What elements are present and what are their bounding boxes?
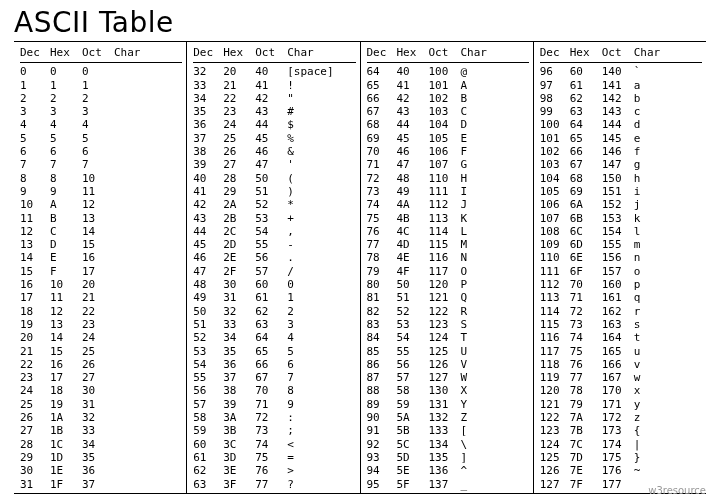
ascii-oct-cell: 31 bbox=[82, 398, 114, 411]
ascii-char-cell: G bbox=[461, 158, 529, 171]
ascii-dec-cell: 122 bbox=[540, 411, 570, 424]
ascii-char-cell: U bbox=[461, 345, 529, 358]
ascii-dec-cell: 94 bbox=[367, 464, 397, 477]
ascii-hex-cell: 72 bbox=[570, 305, 602, 318]
ascii-char-cell: W bbox=[461, 371, 529, 384]
ascii-dec-cell: 21 bbox=[20, 345, 50, 358]
ascii-char-cell bbox=[114, 291, 182, 304]
ascii-column-3: DecHexOctChar6440100@6541101A6642102B674… bbox=[361, 42, 534, 493]
ascii-hex-cell: 6F bbox=[570, 265, 602, 278]
ascii-oct-cell: 14 bbox=[82, 225, 114, 238]
ascii-oct-cell: 152 bbox=[602, 198, 634, 211]
ascii-dec-cell: 50 bbox=[193, 305, 223, 318]
ascii-hex-cell: 2E bbox=[223, 251, 255, 264]
ascii-dec-cell: 37 bbox=[193, 132, 223, 145]
ascii-char-cell: Y bbox=[461, 398, 529, 411]
ascii-hex-cell: 6B bbox=[570, 212, 602, 225]
ascii-oct-cell: 125 bbox=[429, 345, 461, 358]
ascii-dec-cell: 33 bbox=[193, 79, 223, 92]
ascii-hex-cell: 6 bbox=[50, 145, 82, 158]
ascii-dec-cell: 0 bbox=[20, 65, 50, 78]
ascii-dec-cell: 102 bbox=[540, 145, 570, 158]
ascii-hex-cell: 45 bbox=[397, 132, 429, 145]
ascii-dec-cell: 15 bbox=[20, 265, 50, 278]
ascii-hex-cell: 7 bbox=[50, 158, 82, 171]
ascii-dec-cell: 16 bbox=[20, 278, 50, 291]
ascii-char-cell: > bbox=[287, 464, 355, 477]
ascii-oct-cell: 144 bbox=[602, 118, 634, 131]
ascii-hex-cell: 70 bbox=[570, 278, 602, 291]
ascii-oct-cell: 20 bbox=[82, 278, 114, 291]
ascii-oct-cell: 40 bbox=[255, 65, 287, 78]
ascii-hex-cell: 33 bbox=[223, 318, 255, 331]
ascii-hex-cell: 3F bbox=[223, 478, 255, 491]
ascii-char-cell bbox=[114, 158, 182, 171]
ascii-hex-cell: 21 bbox=[223, 79, 255, 92]
ascii-hex-cell: 15 bbox=[50, 345, 82, 358]
ascii-hex-cell: 79 bbox=[570, 398, 602, 411]
ascii-oct-cell: 34 bbox=[82, 438, 114, 451]
ascii-oct-cell: 150 bbox=[602, 172, 634, 185]
ascii-hex-cell: 77 bbox=[570, 371, 602, 384]
ascii-char-cell: e bbox=[634, 132, 702, 145]
ascii-dec-cell: 97 bbox=[540, 79, 570, 92]
ascii-dec-cell: 93 bbox=[367, 451, 397, 464]
ascii-oct-cell: 67 bbox=[255, 371, 287, 384]
ascii-oct-cell: 160 bbox=[602, 278, 634, 291]
ascii-dec-cell: 9 bbox=[20, 185, 50, 198]
ascii-dec-cell: 46 bbox=[193, 251, 223, 264]
ascii-hex-cell: 22 bbox=[223, 92, 255, 105]
ascii-char-cell: Q bbox=[461, 291, 529, 304]
ascii-hex-cell: 75 bbox=[570, 345, 602, 358]
ascii-column-4: DecHexOctChar9660140`9761141a9862142b996… bbox=[534, 42, 706, 493]
ascii-char-cell: y bbox=[634, 398, 702, 411]
ascii-char-cell bbox=[114, 345, 182, 358]
ascii-hex-cell: 27 bbox=[223, 158, 255, 171]
ascii-oct-cell: 23 bbox=[82, 318, 114, 331]
ascii-column-1: DecHexOctChar000111222333444555666777881… bbox=[14, 42, 187, 493]
col-header-char: Char bbox=[634, 44, 702, 63]
ascii-char-cell: 9 bbox=[287, 398, 355, 411]
ascii-oct-cell: 10 bbox=[82, 172, 114, 185]
ascii-hex-cell: 49 bbox=[397, 185, 429, 198]
ascii-oct-cell: 33 bbox=[82, 424, 114, 437]
ascii-dec-cell: 38 bbox=[193, 145, 223, 158]
ascii-char-cell: C bbox=[461, 105, 529, 118]
ascii-hex-cell: 34 bbox=[223, 331, 255, 344]
ascii-char-cell: ' bbox=[287, 158, 355, 171]
ascii-hex-cell: 7E bbox=[570, 464, 602, 477]
col-header-hex: Hex bbox=[570, 44, 602, 63]
ascii-oct-cell: 57 bbox=[255, 265, 287, 278]
ascii-dec-cell: 86 bbox=[367, 358, 397, 371]
ascii-dec-cell: 32 bbox=[193, 65, 223, 78]
ascii-dec-cell: 123 bbox=[540, 424, 570, 437]
ascii-oct-cell: 60 bbox=[255, 278, 287, 291]
ascii-dec-cell: 24 bbox=[20, 384, 50, 397]
ascii-char-cell: l bbox=[634, 225, 702, 238]
ascii-char-cell: ` bbox=[634, 65, 702, 78]
ascii-hex-cell: D bbox=[50, 238, 82, 251]
ascii-oct-cell: 123 bbox=[429, 318, 461, 331]
ascii-char-cell: N bbox=[461, 251, 529, 264]
ascii-hex-cell: 2 bbox=[50, 92, 82, 105]
ascii-oct-cell: 164 bbox=[602, 331, 634, 344]
ascii-oct-cell: 115 bbox=[429, 238, 461, 251]
ascii-char-cell: 5 bbox=[287, 345, 355, 358]
ascii-dec-cell: 47 bbox=[193, 265, 223, 278]
ascii-oct-cell: 165 bbox=[602, 345, 634, 358]
ascii-oct-cell: 146 bbox=[602, 145, 634, 158]
ascii-char-cell: k bbox=[634, 212, 702, 225]
ascii-hex-cell: 1E bbox=[50, 464, 82, 477]
ascii-dec-cell: 48 bbox=[193, 278, 223, 291]
ascii-oct-cell: 37 bbox=[82, 478, 114, 491]
ascii-oct-cell: 176 bbox=[602, 464, 634, 477]
ascii-dec-cell: 109 bbox=[540, 238, 570, 251]
ascii-hex-cell: 24 bbox=[223, 118, 255, 131]
ascii-oct-cell: 137 bbox=[429, 478, 461, 491]
ascii-char-cell bbox=[114, 398, 182, 411]
ascii-dec-cell: 127 bbox=[540, 478, 570, 491]
ascii-char-cell: j bbox=[634, 198, 702, 211]
ascii-dec-cell: 40 bbox=[193, 172, 223, 185]
ascii-dec-cell: 11 bbox=[20, 212, 50, 225]
ascii-dec-cell: 69 bbox=[367, 132, 397, 145]
